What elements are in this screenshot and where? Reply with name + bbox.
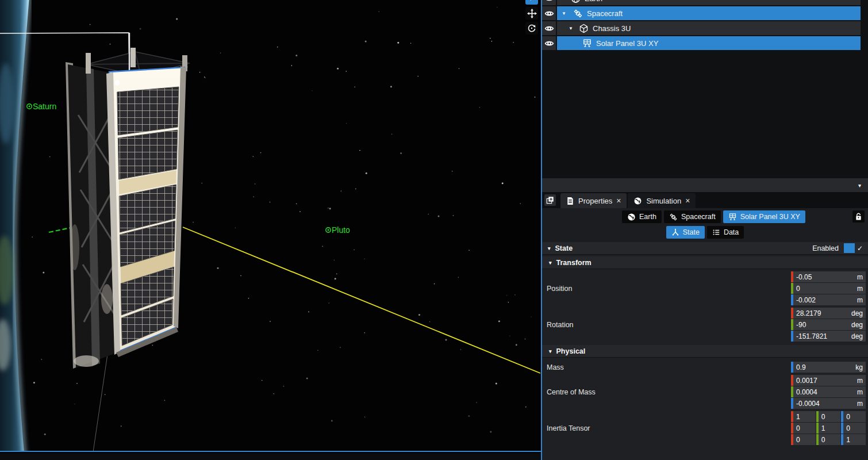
- expand-caret-icon[interactable]: ▾: [566, 25, 575, 31]
- property-row-mass: Mass 0.9 kg: [542, 362, 868, 373]
- enabled-label: Enabled: [812, 244, 839, 252]
- com-y-field[interactable]: 0.0004 m: [791, 386, 866, 397]
- add-tab-icon: [546, 196, 554, 204]
- visibility-eye-button[interactable]: [542, 21, 556, 35]
- property-label: Rotation: [542, 308, 791, 342]
- section-header-state[interactable]: ▾ State Enabled ✓: [542, 242, 868, 255]
- field-unit: m: [857, 296, 866, 304]
- add-tab-button[interactable]: [544, 194, 556, 206]
- rotation-x-field[interactable]: 28.2179 deg: [791, 308, 866, 319]
- tree-label: Earth: [585, 0, 602, 3]
- dropdown-caret-icon[interactable]: ▾: [858, 182, 861, 189]
- tree-row-earth[interactable]: Earth: [542, 0, 868, 5]
- tree-row-solar-panel[interactable]: Solar Panel 3U XY: [542, 36, 868, 50]
- tensor-cell[interactable]: 0: [791, 423, 816, 434]
- close-tab-icon[interactable]: ×: [616, 197, 621, 205]
- tree-row-chassis[interactable]: ▾ Chassis 3U: [542, 21, 868, 35]
- tab-data[interactable]: Data: [707, 226, 744, 239]
- enabled-checkbox[interactable]: ✓: [844, 243, 865, 253]
- cubesat-model[interactable]: [66, 33, 190, 369]
- rotate-tool-button[interactable]: [525, 22, 538, 34]
- collapse-caret-icon[interactable]: ▾: [548, 246, 551, 251]
- field-value: 0: [819, 413, 841, 421]
- tensor-cell[interactable]: 1: [841, 434, 866, 445]
- globe-icon: [633, 197, 642, 205]
- breadcrumb-earth[interactable]: Earth: [622, 210, 662, 223]
- com-x-field[interactable]: 0.0017 m: [791, 375, 866, 386]
- breadcrumb-label: Earth: [639, 213, 656, 221]
- field-unit: deg: [851, 332, 866, 340]
- list-icon: [712, 228, 720, 236]
- tab-simulation[interactable]: Simulation ×: [628, 193, 696, 208]
- select-tool-button[interactable]: [525, 0, 538, 5]
- field-value: 0: [793, 424, 816, 432]
- visibility-eye-button[interactable]: [542, 36, 556, 50]
- section-header-transform[interactable]: ▾ Transform: [542, 256, 868, 269]
- viewport-3d[interactable]: Saturn Pluto: [0, 0, 541, 452]
- field-value: -90: [793, 321, 851, 329]
- collapse-caret-icon[interactable]: ▾: [549, 348, 552, 354]
- tensor-cell[interactable]: 0: [841, 411, 866, 422]
- field-value: 0: [843, 424, 866, 432]
- section-title: State: [555, 244, 573, 252]
- right-panel: Earth ▾: [541, 0, 868, 460]
- position-x-field[interactable]: -0.05 m: [791, 271, 866, 282]
- field-unit: deg: [851, 321, 866, 329]
- expand-caret-icon[interactable]: ▾: [559, 10, 569, 16]
- field-value: 1: [843, 436, 866, 444]
- position-z-field[interactable]: -0.002 m: [791, 294, 866, 305]
- section-header-physical[interactable]: ▾ Physical: [542, 345, 868, 358]
- planet-label-saturn[interactable]: Saturn: [27, 102, 56, 111]
- tab-properties[interactable]: Properties ×: [560, 193, 627, 208]
- mode-tab-label: Data: [724, 228, 739, 236]
- tensor-cell[interactable]: 0: [816, 411, 841, 422]
- rotate-icon: [527, 24, 536, 33]
- move-icon: [527, 9, 537, 18]
- breadcrumb-solar-panel[interactable]: Solar Panel 3U XY: [723, 210, 805, 223]
- planet-label-pluto[interactable]: Pluto: [326, 225, 350, 235]
- application-window: Saturn Pluto: [0, 0, 868, 460]
- scene-render: Saturn Pluto: [0, 0, 541, 452]
- cube-icon: [579, 24, 589, 33]
- tensor-cell[interactable]: 1: [816, 423, 841, 434]
- visibility-eye-button[interactable]: [542, 6, 556, 20]
- tree-row-spacecraft[interactable]: ▾ Spacecraft: [542, 6, 868, 20]
- lock-button[interactable]: [852, 210, 865, 223]
- tensor-cell[interactable]: 0: [791, 434, 816, 445]
- field-unit: kg: [855, 363, 866, 371]
- tab-state[interactable]: State: [666, 226, 705, 239]
- com-z-field[interactable]: -0.0004 m: [791, 398, 866, 409]
- field-value: -0.05: [793, 273, 857, 281]
- position-y-field[interactable]: 0 m: [791, 283, 866, 294]
- move-tool-button[interactable]: [525, 7, 538, 20]
- field-unit: m: [857, 400, 866, 408]
- rotation-z-field[interactable]: -151.7821 deg: [791, 331, 866, 342]
- checkbox-fill: [844, 243, 855, 253]
- field-value: 0: [819, 436, 841, 444]
- hierarchy-expander-bar[interactable]: ▾: [542, 178, 868, 192]
- field-unit: m: [857, 285, 866, 293]
- field-unit: m: [857, 273, 866, 281]
- scene-hierarchy: Earth ▾: [542, 0, 868, 192]
- solar-panel-icon: [728, 213, 737, 221]
- orbit-line-yellow: [183, 227, 540, 373]
- breadcrumb-spacecraft[interactable]: Spacecraft: [664, 210, 721, 223]
- mass-field[interactable]: 0.9 kg: [791, 362, 866, 373]
- properties-dock: Properties × Simulation ×: [542, 192, 868, 460]
- field-value: 0: [793, 285, 857, 293]
- visibility-eye-button[interactable]: [542, 0, 556, 5]
- property-row-rotation: Rotation 28.2179 deg -90 deg: [542, 308, 868, 342]
- section-title: Physical: [556, 347, 586, 355]
- rotation-y-field[interactable]: -90 deg: [791, 319, 866, 330]
- field-value: 0.9: [793, 363, 855, 371]
- collapse-caret-icon[interactable]: ▾: [549, 260, 552, 266]
- field-value: 0: [843, 413, 866, 421]
- globe-icon: [627, 213, 636, 221]
- tensor-cell[interactable]: 1: [791, 411, 816, 422]
- tensor-cell[interactable]: 0: [816, 434, 841, 445]
- property-label: Inertia Tensor: [542, 411, 791, 445]
- tensor-cell[interactable]: 0: [841, 423, 866, 434]
- close-tab-icon[interactable]: ×: [685, 197, 690, 205]
- eye-icon: [544, 0, 554, 3]
- field-value: -151.7821: [793, 332, 851, 340]
